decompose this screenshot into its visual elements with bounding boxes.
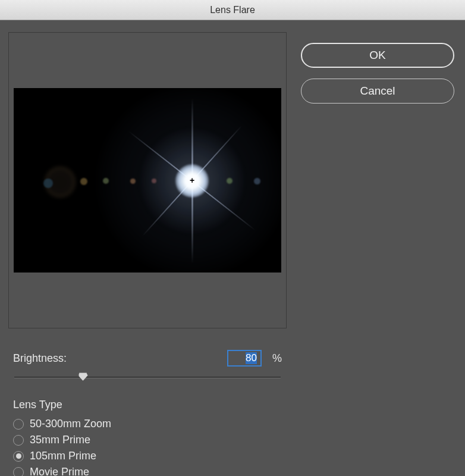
- right-column: OK Cancel: [301, 32, 454, 476]
- preview-container: +: [8, 32, 287, 328]
- slider-thumb[interactable]: [78, 372, 88, 381]
- flare-halo-inner: [139, 127, 246, 234]
- radio-icon: [13, 467, 24, 477]
- flare-ghost-3: [103, 178, 109, 184]
- ok-button[interactable]: OK: [301, 43, 454, 68]
- flare-ghost-5: [152, 178, 156, 183]
- dialog-body: + Brightness: % Lens Type 50-300mm Zoom3…: [0, 20, 465, 476]
- slider-track: [14, 377, 281, 378]
- dialog-titlebar: Lens Flare: [0, 0, 465, 20]
- lens-type-option[interactable]: Movie Prime: [13, 464, 282, 476]
- dialog-title: Lens Flare: [210, 5, 255, 15]
- flare-core: [175, 164, 209, 198]
- lens-type-option-label: 35mm Prime: [30, 434, 90, 446]
- flare-ghost-4: [130, 178, 136, 184]
- lens-type-title: Lens Type: [13, 399, 282, 411]
- brightness-input[interactable]: [227, 350, 262, 367]
- radio-icon: [13, 451, 24, 462]
- cancel-button[interactable]: Cancel: [301, 79, 454, 104]
- radio-icon: [13, 419, 24, 430]
- lens-type-option-label: 105mm Prime: [30, 450, 96, 462]
- lens-type-option[interactable]: 105mm Prime: [13, 448, 282, 464]
- radio-icon: [13, 435, 24, 446]
- flare-ghost-6: [227, 178, 232, 184]
- controls-section: Brightness: % Lens Type 50-300mm Zoom35m…: [8, 350, 287, 476]
- lens-type-group: 50-300mm Zoom35mm Prime105mm PrimeMovie …: [13, 416, 282, 476]
- flare-ring-ghost: [42, 164, 78, 200]
- brightness-unit: %: [272, 352, 282, 365]
- left-column: + Brightness: % Lens Type 50-300mm Zoom3…: [8, 32, 287, 476]
- lens-type-option[interactable]: 50-300mm Zoom: [13, 416, 282, 432]
- flare-ghost-1: [43, 178, 53, 188]
- flare-streak-diagonal-1: [128, 131, 256, 231]
- brightness-row: Brightness: %: [13, 350, 282, 367]
- brightness-slider[interactable]: [13, 372, 282, 383]
- flare-halo-outer: [97, 88, 281, 273]
- lens-type-option[interactable]: 35mm Prime: [13, 432, 282, 448]
- flare-preview-canvas[interactable]: +: [14, 88, 281, 273]
- brightness-label: Brightness:: [13, 352, 220, 365]
- flare-ghost-7: [254, 178, 260, 184]
- flare-streak-diagonal-2: [142, 125, 243, 236]
- flare-ghost-2: [80, 178, 87, 185]
- flare-streak-vertical: [191, 98, 193, 264]
- lens-type-option-label: 50-300mm Zoom: [30, 418, 111, 430]
- flare-center-crosshair-icon[interactable]: +: [188, 177, 196, 184]
- lens-type-option-label: Movie Prime: [30, 466, 89, 476]
